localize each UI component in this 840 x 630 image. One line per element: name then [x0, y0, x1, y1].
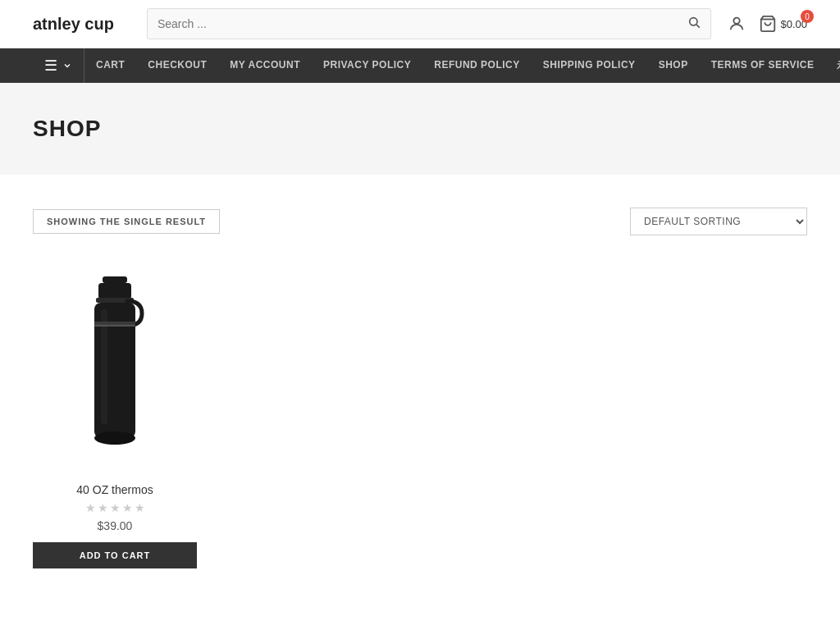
hamburger-icon: ☰: [44, 57, 57, 75]
site-logo[interactable]: atnley cup: [33, 15, 114, 34]
svg-line-1: [696, 25, 700, 28]
product-rating: ★ ★ ★ ★ ★: [33, 501, 197, 514]
nav-link-sample-page[interactable]: 示例页面: [825, 49, 840, 83]
nav-link-privacy-policy[interactable]: PRIVACY POLICY: [312, 49, 422, 80]
nav-item-refund-policy: REFUND POLICY: [422, 49, 532, 83]
nav-item-my-account: MY ACCOUNT: [218, 49, 312, 83]
main-navigation: ☰ CART CHECKOUT MY ACCOUNT PRIVACY POLIC…: [0, 48, 840, 83]
nav-item-cart: CART: [84, 49, 136, 83]
nav-link-checkout[interactable]: CHECKOUT: [136, 49, 218, 80]
svg-point-2: [734, 18, 740, 24]
nav-item-privacy-policy: PRIVACY POLICY: [312, 49, 422, 83]
nav-item-terms-of-service: TERMS OF SERVICE: [700, 49, 826, 83]
site-header: atnley cup 0 $0.00: [0, 0, 840, 48]
svg-rect-10: [94, 322, 135, 325]
search-input[interactable]: [148, 11, 678, 37]
product-image-thermos: [78, 276, 152, 457]
svg-rect-11: [94, 325, 135, 326]
svg-point-0: [690, 18, 697, 25]
nav-item-checkout: CHECKOUT: [136, 49, 218, 83]
user-icon: [728, 15, 746, 33]
nav-link-my-account[interactable]: MY ACCOUNT: [218, 49, 312, 80]
search-button[interactable]: [678, 9, 710, 39]
nav-link-refund-policy[interactable]: REFUND POLICY: [422, 49, 532, 80]
star-2: ★: [98, 501, 108, 514]
shop-toolbar: SHOWING THE SINGLE RESULT DEFAULT SORTIN…: [33, 208, 807, 235]
svg-rect-5: [98, 283, 131, 299]
nav-link-cart[interactable]: CART: [84, 49, 136, 80]
products-grid: 40 OZ thermos ★ ★ ★ ★ ★ $39.00 ADD TO CA…: [33, 260, 807, 568]
sort-select[interactable]: DEFAULT SORTING Sort by Popularity Sort …: [630, 208, 807, 235]
product-name: 40 OZ thermos: [33, 483, 197, 496]
star-4: ★: [122, 501, 133, 514]
search-form: [147, 8, 712, 39]
nav-item-shipping-policy: SHIPPING POLICY: [532, 49, 647, 83]
add-to-cart-button[interactable]: ADD TO CART: [33, 542, 197, 568]
svg-point-9: [94, 431, 135, 445]
nav-link-shop[interactable]: SHOP: [647, 49, 700, 80]
user-account-button[interactable]: [728, 15, 746, 33]
star-1: ★: [85, 501, 96, 514]
cart-icon: [759, 15, 777, 33]
search-icon: [687, 16, 701, 29]
svg-rect-4: [103, 276, 127, 283]
star-3: ★: [110, 501, 121, 514]
shop-main-content: SHOWING THE SINGLE RESULT DEFAULT SORTIN…: [0, 175, 840, 601]
result-count-label: SHOWING THE SINGLE RESULT: [33, 209, 220, 234]
nav-link-shipping-policy[interactable]: SHIPPING POLICY: [532, 49, 647, 80]
nav-links-list: CART CHECKOUT MY ACCOUNT PRIVACY POLICY …: [84, 49, 840, 83]
chevron-down-icon: [62, 61, 72, 71]
hamburger-button[interactable]: ☰: [33, 48, 84, 83]
nav-link-terms-of-service[interactable]: TERMS OF SERVICE: [700, 49, 826, 80]
cart-badge: 0: [801, 10, 814, 23]
product-card: 40 OZ thermos ★ ★ ★ ★ ★ $39.00 ADD TO CA…: [33, 260, 197, 568]
header-icons: 0 $0.00: [728, 15, 807, 33]
product-price: $39.00: [33, 519, 197, 532]
nav-item-sample-page: 示例页面: [825, 49, 840, 83]
shop-page-title: SHOP: [33, 116, 807, 142]
nav-item-shop: SHOP: [647, 49, 700, 83]
product-image-wrap: [33, 260, 197, 473]
shop-hero: SHOP: [0, 83, 840, 175]
cart-button[interactable]: 0 $0.00: [759, 15, 807, 33]
star-5: ★: [135, 501, 145, 514]
